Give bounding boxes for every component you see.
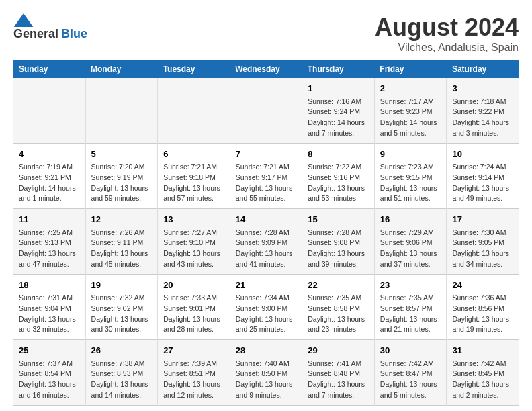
weekday-header-row: SundayMondayTuesdayWednesdayThursdayFrid… <box>13 60 519 78</box>
calendar-cell <box>13 78 85 143</box>
day-number: 25 <box>19 344 80 357</box>
title-area: August 2024 Vilches, Andalusia, Spain <box>375 13 519 54</box>
day-content: Sunrise: 7:35 AM Sunset: 8:58 PM Dayligh… <box>308 293 369 335</box>
day-content: Sunrise: 7:17 AM Sunset: 9:23 PM Dayligh… <box>380 97 441 139</box>
day-content: Sunrise: 7:28 AM Sunset: 9:09 PM Dayligh… <box>236 228 297 270</box>
calendar-cell: 2Sunrise: 7:17 AM Sunset: 9:23 PM Daylig… <box>374 78 447 143</box>
day-number: 30 <box>380 344 441 357</box>
calendar-cell <box>158 78 230 143</box>
day-content: Sunrise: 7:26 AM Sunset: 9:11 PM Dayligh… <box>91 228 152 270</box>
calendar-cell: 22Sunrise: 7:35 AM Sunset: 8:58 PM Dayli… <box>302 274 375 340</box>
day-content: Sunrise: 7:42 AM Sunset: 8:47 PM Dayligh… <box>380 359 441 401</box>
week-row-5: 25Sunrise: 7:37 AM Sunset: 8:54 PM Dayli… <box>13 340 519 406</box>
week-row-4: 18Sunrise: 7:31 AM Sunset: 9:04 PM Dayli… <box>13 274 519 340</box>
calendar-cell: 24Sunrise: 7:36 AM Sunset: 8:56 PM Dayli… <box>447 274 519 340</box>
calendar-cell <box>230 78 302 143</box>
calendar-cell: 19Sunrise: 7:32 AM Sunset: 9:02 PM Dayli… <box>85 274 158 340</box>
day-content: Sunrise: 7:29 AM Sunset: 9:06 PM Dayligh… <box>380 228 441 270</box>
calendar-cell: 20Sunrise: 7:33 AM Sunset: 9:01 PM Dayli… <box>158 274 230 340</box>
calendar-cell: 26Sunrise: 7:38 AM Sunset: 8:53 PM Dayli… <box>85 340 158 406</box>
calendar-cell: 9Sunrise: 7:23 AM Sunset: 9:15 PM Daylig… <box>374 143 447 209</box>
day-content: Sunrise: 7:36 AM Sunset: 8:56 PM Dayligh… <box>452 293 513 335</box>
logo: General Blue <box>13 13 87 41</box>
weekday-header-tuesday: Tuesday <box>158 60 230 78</box>
day-content: Sunrise: 7:16 AM Sunset: 9:24 PM Dayligh… <box>308 97 369 139</box>
day-content: Sunrise: 7:42 AM Sunset: 8:45 PM Dayligh… <box>452 359 513 401</box>
day-number: 18 <box>19 279 80 292</box>
calendar-cell: 25Sunrise: 7:37 AM Sunset: 8:54 PM Dayli… <box>13 340 85 406</box>
day-content: Sunrise: 7:19 AM Sunset: 9:21 PM Dayligh… <box>19 162 80 204</box>
day-number: 11 <box>19 213 80 226</box>
weekday-header-monday: Monday <box>85 60 158 78</box>
day-content: Sunrise: 7:37 AM Sunset: 8:54 PM Dayligh… <box>19 359 80 401</box>
day-number: 1 <box>308 82 369 95</box>
calendar-cell: 5Sunrise: 7:20 AM Sunset: 9:19 PM Daylig… <box>85 143 158 209</box>
day-number: 13 <box>163 213 224 226</box>
calendar-cell: 28Sunrise: 7:40 AM Sunset: 8:50 PM Dayli… <box>230 340 302 406</box>
day-number: 26 <box>91 344 152 357</box>
logo-blue: Blue <box>61 27 87 41</box>
logo-icon <box>13 13 34 27</box>
day-number: 16 <box>380 213 441 226</box>
day-number: 28 <box>236 344 297 357</box>
weekday-header-sunday: Sunday <box>13 60 85 78</box>
day-number: 8 <box>308 148 369 161</box>
calendar-cell: 4Sunrise: 7:19 AM Sunset: 9:21 PM Daylig… <box>13 143 85 209</box>
day-content: Sunrise: 7:20 AM Sunset: 9:19 PM Dayligh… <box>91 162 152 204</box>
calendar-cell: 23Sunrise: 7:35 AM Sunset: 8:57 PM Dayli… <box>374 274 447 340</box>
day-number: 27 <box>163 344 224 357</box>
main-title: August 2024 <box>375 13 519 42</box>
calendar-cell: 13Sunrise: 7:27 AM Sunset: 9:10 PM Dayli… <box>158 209 230 275</box>
weekday-header-thursday: Thursday <box>302 60 375 78</box>
day-number: 15 <box>308 213 369 226</box>
day-content: Sunrise: 7:21 AM Sunset: 9:17 PM Dayligh… <box>236 162 297 204</box>
day-number: 22 <box>308 279 369 292</box>
day-content: Sunrise: 7:34 AM Sunset: 9:00 PM Dayligh… <box>236 293 297 335</box>
day-number: 31 <box>452 344 513 357</box>
calendar-cell: 1Sunrise: 7:16 AM Sunset: 9:24 PM Daylig… <box>302 78 375 143</box>
header: General Blue August 2024 Vilches, Andalu… <box>13 13 519 54</box>
day-content: Sunrise: 7:24 AM Sunset: 9:14 PM Dayligh… <box>452 162 513 204</box>
day-number: 29 <box>308 344 369 357</box>
calendar-cell: 8Sunrise: 7:22 AM Sunset: 9:16 PM Daylig… <box>302 143 375 209</box>
calendar-cell: 11Sunrise: 7:25 AM Sunset: 9:13 PM Dayli… <box>13 209 85 275</box>
day-content: Sunrise: 7:35 AM Sunset: 8:57 PM Dayligh… <box>380 293 441 335</box>
week-row-3: 11Sunrise: 7:25 AM Sunset: 9:13 PM Dayli… <box>13 209 519 275</box>
day-number: 20 <box>163 279 224 292</box>
day-content: Sunrise: 7:31 AM Sunset: 9:04 PM Dayligh… <box>19 293 80 335</box>
day-number: 3 <box>452 82 513 95</box>
calendar-cell: 16Sunrise: 7:29 AM Sunset: 9:06 PM Dayli… <box>374 209 447 275</box>
day-number: 9 <box>380 148 441 161</box>
day-content: Sunrise: 7:28 AM Sunset: 9:08 PM Dayligh… <box>308 228 369 270</box>
day-number: 19 <box>91 279 152 292</box>
day-content: Sunrise: 7:21 AM Sunset: 9:18 PM Dayligh… <box>163 162 224 204</box>
calendar-cell: 29Sunrise: 7:41 AM Sunset: 8:48 PM Dayli… <box>302 340 375 406</box>
calendar-cell: 17Sunrise: 7:30 AM Sunset: 9:05 PM Dayli… <box>447 209 519 275</box>
day-number: 4 <box>19 148 80 161</box>
day-content: Sunrise: 7:41 AM Sunset: 8:48 PM Dayligh… <box>308 359 369 401</box>
day-number: 23 <box>380 279 441 292</box>
day-content: Sunrise: 7:38 AM Sunset: 8:53 PM Dayligh… <box>91 359 152 401</box>
calendar-cell: 31Sunrise: 7:42 AM Sunset: 8:45 PM Dayli… <box>447 340 519 406</box>
weekday-header-saturday: Saturday <box>447 60 519 78</box>
day-number: 21 <box>236 279 297 292</box>
day-content: Sunrise: 7:40 AM Sunset: 8:50 PM Dayligh… <box>236 359 297 401</box>
calendar-cell <box>85 78 158 143</box>
calendar-cell: 18Sunrise: 7:31 AM Sunset: 9:04 PM Dayli… <box>13 274 85 340</box>
day-number: 2 <box>380 82 441 95</box>
logo-general: General <box>13 27 58 41</box>
day-content: Sunrise: 7:23 AM Sunset: 9:15 PM Dayligh… <box>380 162 441 204</box>
day-content: Sunrise: 7:18 AM Sunset: 9:22 PM Dayligh… <box>452 97 513 139</box>
day-number: 14 <box>236 213 297 226</box>
calendar-cell: 7Sunrise: 7:21 AM Sunset: 9:17 PM Daylig… <box>230 143 302 209</box>
calendar-cell: 10Sunrise: 7:24 AM Sunset: 9:14 PM Dayli… <box>447 143 519 209</box>
weekday-header-wednesday: Wednesday <box>230 60 302 78</box>
day-content: Sunrise: 7:22 AM Sunset: 9:16 PM Dayligh… <box>308 162 369 204</box>
day-number: 6 <box>163 148 224 161</box>
day-number: 5 <box>91 148 152 161</box>
calendar-cell: 6Sunrise: 7:21 AM Sunset: 9:18 PM Daylig… <box>158 143 230 209</box>
day-content: Sunrise: 7:27 AM Sunset: 9:10 PM Dayligh… <box>163 228 224 270</box>
day-content: Sunrise: 7:33 AM Sunset: 9:01 PM Dayligh… <box>163 293 224 335</box>
day-content: Sunrise: 7:39 AM Sunset: 8:51 PM Dayligh… <box>163 359 224 401</box>
calendar-cell: 27Sunrise: 7:39 AM Sunset: 8:51 PM Dayli… <box>158 340 230 406</box>
